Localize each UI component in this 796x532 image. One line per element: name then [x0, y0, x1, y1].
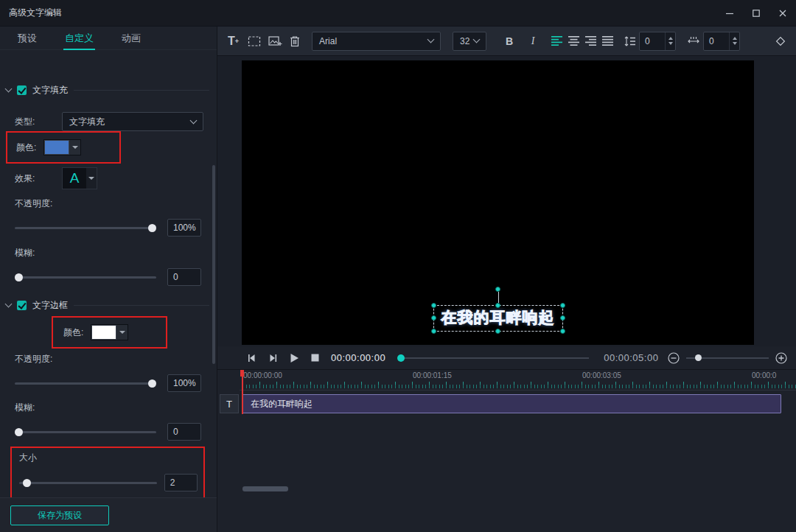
resize-handle-bottom-right[interactable] [560, 329, 565, 334]
playback-bar: 00:00:00:00 00:00:05:00 [217, 346, 796, 370]
slider-handle[interactable] [148, 379, 156, 388]
text-track: T 在我的耳畔响起 [217, 393, 796, 414]
text-box-icon[interactable] [248, 32, 261, 51]
advanced-settings-icon[interactable] [775, 32, 786, 51]
minimize-button[interactable] [716, 0, 743, 26]
align-right-icon[interactable] [585, 32, 596, 51]
slider-handle[interactable] [148, 224, 156, 232]
chevron-down-icon [190, 116, 198, 124]
rotation-handle[interactable] [495, 287, 500, 292]
collapse-chevron-icon[interactable] [5, 301, 13, 308]
maximize-button[interactable] [743, 0, 769, 26]
italic-button[interactable]: I [526, 35, 540, 47]
collapse-chevron-icon[interactable] [5, 85, 13, 93]
play-icon[interactable] [290, 353, 299, 363]
stepper-arrows[interactable] [665, 32, 675, 50]
align-center-icon[interactable] [568, 32, 579, 51]
font-family-select[interactable]: Arial [312, 32, 441, 51]
resize-handle-top-left[interactable] [431, 303, 436, 308]
border-blur-slider[interactable] [15, 431, 156, 433]
fill-blur-value[interactable]: 0 [167, 268, 201, 286]
tab-presets[interactable]: 预设 [16, 27, 38, 49]
next-frame-icon[interactable] [268, 354, 278, 363]
border-blur-value[interactable]: 0 [167, 423, 201, 441]
effect-dropdown-arrow[interactable] [86, 168, 97, 189]
highlight-box-border-size: 大小 2 [10, 447, 205, 497]
trash-icon[interactable] [290, 32, 300, 51]
fill-color-picker[interactable] [43, 139, 81, 155]
letter-spacing-stepper[interactable]: 0 [703, 32, 740, 51]
video-preview[interactable]: 在我的耳畔响起 [242, 60, 754, 345]
border-opacity-slider[interactable] [15, 382, 156, 385]
current-time: 00:00:00:00 [331, 352, 385, 363]
playhead[interactable] [242, 370, 243, 414]
stepper-up-icon[interactable] [668, 37, 673, 40]
text-bounding-box[interactable]: 在我的耳畔响起 [433, 305, 563, 332]
border-opacity-value[interactable]: 100% [167, 374, 201, 392]
fill-blur-slider[interactable] [15, 276, 156, 279]
zoom-in-icon[interactable] [775, 352, 787, 364]
fill-type-dropdown[interactable]: 文字填充 [62, 112, 203, 131]
border-color-dropdown-arrow[interactable] [116, 325, 128, 340]
line-spacing-stepper[interactable]: 0 [639, 32, 676, 51]
resize-handle-bottom[interactable] [495, 329, 500, 334]
stepper-arrows[interactable] [729, 32, 739, 50]
border-color-label: 颜色: [63, 326, 83, 339]
add-text-icon[interactable]: T+ [228, 32, 239, 51]
border-size-value[interactable]: 2 [164, 474, 198, 491]
tab-animation[interactable]: 动画 [120, 27, 142, 49]
tab-customize[interactable]: 自定义 [63, 27, 95, 49]
stepper-down-icon[interactable] [668, 42, 673, 45]
border-blur-row: 0 [15, 423, 203, 441]
fill-type-row: 类型: 文字填充 [15, 112, 203, 131]
section-divider [74, 305, 209, 306]
add-image-icon[interactable] [268, 32, 282, 51]
border-size-label-row: 大小 [19, 452, 37, 464]
preview-text[interactable]: 在我的耳畔响起 [441, 309, 555, 326]
resize-handle-bottom-left[interactable] [431, 329, 436, 334]
save-preset-button[interactable]: 保存为预设 [10, 505, 109, 525]
stepper-down-icon[interactable] [733, 42, 737, 45]
resize-handle-right[interactable] [560, 315, 565, 321]
fill-type-label: 类型: [15, 116, 62, 128]
zoom-out-icon[interactable] [668, 352, 680, 364]
zoom-slider[interactable] [686, 357, 769, 359]
line-spacing-icon[interactable] [624, 32, 635, 51]
border-size-slider[interactable] [19, 482, 157, 484]
border-color-swatch[interactable] [91, 325, 116, 340]
titlebar: 高级文字编辑 [0, 0, 796, 27]
zoom-slider-handle[interactable] [695, 354, 702, 361]
text-border-checkbox[interactable] [17, 301, 27, 310]
seek-bar[interactable] [400, 357, 589, 359]
timeline-ruler[interactable]: 00:00:00:00 00:00:01:15 00:00:03:05 00:0… [240, 370, 796, 391]
slider-handle[interactable] [23, 479, 31, 487]
resize-handle-top-right[interactable] [560, 303, 565, 308]
resize-handle-left[interactable] [431, 315, 436, 321]
fill-effect-picker[interactable]: A [62, 167, 97, 189]
window-title: 高级文字编辑 [9, 7, 62, 19]
slider-handle[interactable] [15, 428, 23, 436]
align-justify-icon[interactable] [602, 32, 613, 51]
letter-spacing-icon[interactable] [688, 32, 699, 51]
text-fill-checkbox[interactable] [17, 85, 27, 95]
fill-opacity-slider[interactable] [15, 227, 156, 229]
timeline-horizontal-scrollbar[interactable] [242, 486, 288, 491]
stepper-up-icon[interactable] [733, 37, 737, 40]
border-color-picker[interactable] [91, 324, 128, 340]
panel-scrollbar[interactable] [212, 165, 215, 364]
text-clip[interactable]: 在我的耳畔响起 [242, 394, 781, 413]
font-size-select[interactable]: 32 [453, 32, 486, 51]
close-button[interactable] [769, 0, 796, 26]
resize-handle-top[interactable] [495, 303, 500, 308]
text-selection[interactable]: 在我的耳畔响起 [433, 305, 563, 332]
panel-body: 文字填充 类型: 文字填充 颜色: 效果: A 不透明度: [0, 77, 217, 497]
fill-color-swatch[interactable] [44, 140, 69, 155]
fill-color-dropdown-arrow[interactable] [69, 140, 80, 155]
slider-handle[interactable] [15, 273, 23, 281]
fill-opacity-value[interactable]: 100% [167, 219, 201, 237]
previous-frame-icon[interactable] [247, 354, 256, 363]
stop-icon[interactable] [311, 354, 319, 362]
seek-handle[interactable] [397, 354, 405, 362]
bold-button[interactable]: B [503, 35, 516, 47]
align-left-icon[interactable] [551, 32, 562, 51]
